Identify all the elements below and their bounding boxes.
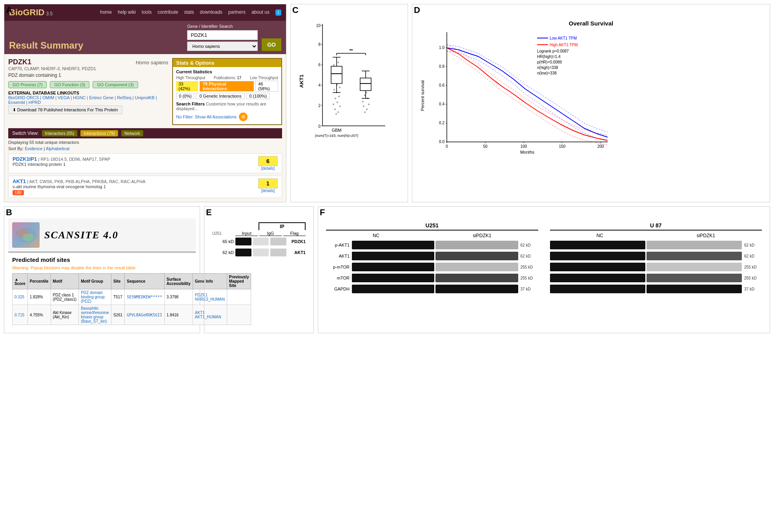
nav-home[interactable]: home [100, 9, 112, 16]
gapdh-size: 37 kD [521, 287, 538, 291]
survival-svg-container: 0.0 0.2 0.4 0.6 0.8 1.0 [427, 28, 762, 163]
warning-text: Warning: Popup blockers may disable the … [12, 265, 192, 270]
interactor2-count: 1 [258, 178, 278, 189]
external-label: EXTERNAL DATABASE LINKOUTS [8, 91, 79, 95]
go-function-tag[interactable]: GO Function (3) [50, 81, 89, 88]
seq1[interactable]: SESNMEDKEW***** [127, 295, 162, 299]
score1[interactable]: 0.325 [15, 295, 24, 299]
pct2: 4.755% [27, 305, 51, 325]
protein-icon [13, 223, 39, 247]
switch-view: Switch View: Interactors (55) Interactio… [8, 128, 282, 138]
nav-tools[interactable]: tools [142, 9, 151, 16]
panel-c-label: C [292, 5, 299, 15]
svg-point-48 [362, 101, 364, 102]
ext-links-list[interactable]: BioGRID ORCS | OMIM | VEGA | HGNC | Entr… [8, 95, 157, 105]
download-btn[interactable]: ⬇ Download 78 Published Interactions For… [8, 107, 168, 113]
biogrid-header: BioGRID 3.5 home help wiki tools contrib… [4, 4, 286, 21]
pdzk1-igg-band [253, 238, 269, 245]
interactor1-name[interactable]: PDZK1IP1 [13, 156, 37, 162]
search-filters: Search Filters Customize how your result… [176, 102, 278, 111]
panel-d: D Overall Survival Percent survival 0.0 [412, 4, 770, 202]
gen-label: 0 Genetic Interactions [196, 93, 245, 99]
interactor2-name[interactable]: AKT1 [13, 178, 26, 184]
nav-downloads[interactable]: downloads [200, 9, 222, 16]
interactor1-details[interactable]: [details] [258, 166, 278, 171]
go-button[interactable]: GO [262, 38, 281, 51]
panel-a-label: A [6, 5, 12, 15]
band [647, 241, 742, 249]
u87-sipdzk1: siPDZK1 [697, 233, 715, 238]
u251-mtor-label: mTOR [326, 276, 350, 280]
band [647, 285, 742, 293]
u87-pakt1-bands [550, 241, 742, 249]
network-btn[interactable]: Network [121, 130, 143, 136]
pct1: 1.828% [27, 289, 51, 305]
wb-conditions-u87: NC siPDZK1 [550, 233, 762, 238]
pakt1-size: 62 kD [521, 243, 538, 247]
akt1-igg-band [253, 249, 269, 256]
site1: T517 [111, 289, 124, 305]
band [352, 274, 434, 282]
search-group: Gene / Identifier Search Homo sapiens [187, 24, 258, 51]
nav-partners[interactable]: partners [228, 9, 246, 16]
sort-evidence[interactable]: Evidence [25, 146, 42, 151]
svg-text:10: 10 [316, 24, 321, 28]
nav-help[interactable]: help wiki [118, 9, 136, 16]
seq2[interactable]: GPVLBAGeROK5GII [127, 313, 162, 317]
phys-label: 79 Physical Interactions [200, 81, 254, 91]
u87-akt1-size: 62 kD [744, 254, 762, 258]
band [550, 285, 645, 293]
result-summary-title: Result Summary [9, 40, 183, 51]
u251-akt1-label: AKT1 [326, 254, 350, 258]
twitter-btn[interactable]: t [275, 9, 281, 16]
panel-e-content: IP U251 Input IgG Flag 65 kD [208, 211, 310, 260]
interactor-card-akt1: AKT1 | AKT, CWS6, PKB, PKB-ALPHA, PRKBA,… [8, 176, 282, 198]
svg-point-15 [337, 111, 339, 113]
scansite-title: SCANSITE 4.0 [44, 229, 118, 241]
gen-ht: 0 (0%) [176, 93, 194, 99]
species-select[interactable]: Homo sapiens [187, 42, 258, 51]
scansite-body: Predicted motif sites Warning: Popup blo… [8, 252, 196, 329]
u87-akt1-bands [550, 252, 742, 260]
col-surface: Surface Accessibility [164, 274, 193, 289]
u87-nc: NC [596, 233, 603, 238]
go-process-tag[interactable]: GO Process (7) [8, 81, 47, 88]
band [352, 263, 434, 271]
interactors-btn[interactable]: Interactors (55) [42, 130, 78, 136]
interactor1-desc: PDZK1 interacting protein 1 [13, 162, 258, 167]
interactions-btn[interactable]: Interactions (79) [80, 130, 118, 136]
band-size-1: 65 kD [212, 239, 234, 244]
svg-text:0.6: 0.6 [439, 83, 444, 87]
search-input[interactable] [187, 30, 258, 40]
u87-pakt1-row: 62 kD [550, 241, 762, 249]
u87-pmtor-size: 255 kD [744, 265, 762, 269]
chart-c: AKT1 0 2 4 [299, 20, 400, 143]
pdzk1-input-band [235, 238, 251, 245]
interactor2-details[interactable]: [details] [258, 189, 278, 193]
col-motifgroup: Motif Group [79, 274, 111, 289]
col-score: ▲ Score [13, 274, 28, 289]
svg-text:0.8: 0.8 [439, 64, 444, 69]
go-component-tag[interactable]: GO Component (3) [93, 81, 138, 88]
akt1-input-band [235, 249, 251, 256]
no-filter-row: No Filter: Show All Associations ⚙ [176, 113, 278, 121]
col-percentile: Percentile [27, 274, 51, 289]
score2[interactable]: 0.715 [15, 313, 24, 317]
pmtor-size: 255 kD [521, 265, 538, 269]
chart-c-svg: 0 2 4 6 8 10 [307, 20, 393, 142]
svg-text:GBM: GBM [331, 128, 341, 133]
band [352, 285, 434, 293]
filter-icon[interactable]: ⚙ [239, 113, 248, 121]
u87-gapdh-size: 37 kD [744, 287, 762, 291]
u251-nc: NC [373, 233, 379, 238]
mtor-size: 255 kD [521, 276, 538, 280]
nav-contribute[interactable]: contribute [157, 9, 178, 16]
u251-akt1-row: AKT1 62 kD [326, 252, 538, 260]
svg-rect-57 [360, 78, 371, 91]
sort-alpha[interactable]: Alphabetical [46, 146, 69, 151]
band [550, 263, 645, 271]
lane-igg: IgG [259, 231, 282, 236]
nav-stats[interactable]: stats [184, 9, 194, 16]
u251-pakt1-row: p-AKT1 62 kD [326, 241, 538, 249]
nav-about[interactable]: about us [251, 9, 270, 16]
